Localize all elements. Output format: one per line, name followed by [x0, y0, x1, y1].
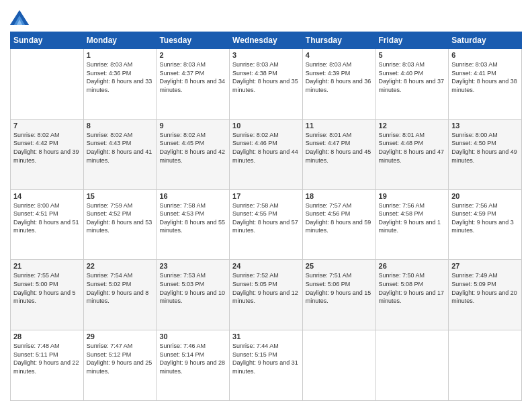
day-info: Sunrise: 8:03 AMSunset: 4:36 PMDaylight:…	[87, 60, 154, 94]
day-info: Sunrise: 7:56 AMSunset: 4:59 PMDaylight:…	[451, 201, 519, 235]
day-info: Sunrise: 8:00 AMSunset: 4:51 PMDaylight:…	[13, 201, 81, 235]
day-info: Sunrise: 8:01 AMSunset: 4:47 PMDaylight:…	[306, 131, 373, 165]
day-info: Sunrise: 7:56 AMSunset: 4:58 PMDaylight:…	[379, 201, 446, 235]
day-info: Sunrise: 7:44 AMSunset: 5:15 PMDaylight:…	[232, 342, 300, 375]
day-number: 1	[87, 51, 154, 59]
table-cell: 26Sunrise: 7:50 AMSunset: 5:08 PMDayligh…	[375, 260, 449, 330]
day-info: Sunrise: 7:48 AMSunset: 5:11 PMDaylight:…	[13, 342, 81, 375]
table-cell: 30Sunrise: 7:46 AMSunset: 5:14 PMDayligh…	[157, 330, 230, 401]
day-number: 22	[87, 262, 154, 270]
day-number: 2	[159, 51, 226, 59]
table-cell: 29Sunrise: 7:47 AMSunset: 5:12 PMDayligh…	[83, 330, 157, 401]
header-tuesday: Tuesday	[157, 32, 230, 49]
day-info: Sunrise: 7:46 AMSunset: 5:14 PMDaylight:…	[159, 342, 226, 375]
day-info: Sunrise: 7:58 AMSunset: 4:55 PMDaylight:…	[232, 201, 300, 235]
day-info: Sunrise: 8:03 AMSunset: 4:39 PMDaylight:…	[306, 60, 373, 94]
day-number: 19	[379, 192, 446, 200]
day-number: 6	[451, 51, 519, 59]
day-number: 13	[451, 122, 519, 130]
table-cell: 1Sunrise: 8:03 AMSunset: 4:36 PMDaylight…	[83, 49, 157, 120]
header-friday: Friday	[375, 32, 449, 49]
week-row-4: 28Sunrise: 7:48 AMSunset: 5:11 PMDayligh…	[11, 330, 522, 401]
table-cell: 3Sunrise: 8:03 AMSunset: 4:38 PMDaylight…	[230, 49, 303, 120]
day-number: 16	[159, 192, 226, 200]
logo	[10, 10, 32, 25]
table-cell: 18Sunrise: 7:57 AMSunset: 4:56 PMDayligh…	[302, 189, 375, 260]
header-wednesday: Wednesday	[230, 32, 303, 49]
table-cell: 17Sunrise: 7:58 AMSunset: 4:55 PMDayligh…	[230, 189, 303, 260]
table-cell: 5Sunrise: 8:03 AMSunset: 4:40 PMDaylight…	[375, 49, 449, 120]
table-cell: 23Sunrise: 7:53 AMSunset: 5:03 PMDayligh…	[157, 260, 230, 330]
day-info: Sunrise: 8:02 AMSunset: 4:42 PMDaylight:…	[13, 131, 81, 165]
week-row-0: 1Sunrise: 8:03 AMSunset: 4:36 PMDaylight…	[11, 49, 522, 120]
day-number: 30	[159, 332, 226, 340]
day-info: Sunrise: 8:02 AMSunset: 4:43 PMDaylight:…	[87, 131, 154, 165]
day-info: Sunrise: 7:58 AMSunset: 4:53 PMDaylight:…	[159, 201, 226, 235]
day-number: 9	[159, 122, 226, 130]
header	[10, 10, 522, 25]
day-number: 23	[159, 262, 226, 270]
day-info: Sunrise: 8:03 AMSunset: 4:40 PMDaylight:…	[379, 60, 446, 94]
day-info: Sunrise: 7:52 AMSunset: 5:05 PMDaylight:…	[232, 271, 300, 305]
table-cell: 31Sunrise: 7:44 AMSunset: 5:15 PMDayligh…	[230, 330, 303, 401]
table-cell: 19Sunrise: 7:56 AMSunset: 4:58 PMDayligh…	[375, 189, 449, 260]
day-info: Sunrise: 7:51 AMSunset: 5:06 PMDaylight:…	[306, 271, 373, 305]
day-info: Sunrise: 7:57 AMSunset: 4:56 PMDaylight:…	[306, 201, 373, 235]
table-cell	[302, 330, 375, 401]
day-number: 11	[306, 122, 373, 130]
day-number: 15	[87, 192, 154, 200]
day-number: 17	[232, 192, 300, 200]
table-cell: 4Sunrise: 8:03 AMSunset: 4:39 PMDaylight…	[302, 49, 375, 120]
day-info: Sunrise: 7:53 AMSunset: 5:03 PMDaylight:…	[159, 271, 226, 305]
header-thursday: Thursday	[302, 32, 375, 49]
table-cell: 25Sunrise: 7:51 AMSunset: 5:06 PMDayligh…	[302, 260, 375, 330]
day-info: Sunrise: 8:02 AMSunset: 4:46 PMDaylight:…	[232, 131, 300, 165]
day-number: 10	[232, 122, 300, 130]
day-number: 27	[451, 262, 519, 270]
day-info: Sunrise: 8:01 AMSunset: 4:48 PMDaylight:…	[379, 131, 446, 165]
table-cell: 2Sunrise: 8:03 AMSunset: 4:37 PMDaylight…	[157, 49, 230, 120]
day-number: 29	[87, 332, 154, 340]
day-number: 25	[306, 262, 373, 270]
table-cell: 8Sunrise: 8:02 AMSunset: 4:43 PMDaylight…	[83, 119, 157, 189]
table-cell: 9Sunrise: 8:02 AMSunset: 4:45 PMDaylight…	[157, 119, 230, 189]
day-info: Sunrise: 8:03 AMSunset: 4:41 PMDaylight:…	[451, 60, 519, 94]
day-number: 26	[379, 262, 446, 270]
table-cell: 10Sunrise: 8:02 AMSunset: 4:46 PMDayligh…	[230, 119, 303, 189]
weekday-header-row: Sunday Monday Tuesday Wednesday Thursday…	[11, 32, 522, 49]
day-info: Sunrise: 7:59 AMSunset: 4:52 PMDaylight:…	[87, 201, 154, 235]
day-info: Sunrise: 7:49 AMSunset: 5:09 PMDaylight:…	[451, 271, 519, 305]
header-saturday: Saturday	[449, 32, 522, 49]
table-cell: 22Sunrise: 7:54 AMSunset: 5:02 PMDayligh…	[83, 260, 157, 330]
week-row-1: 7Sunrise: 8:02 AMSunset: 4:42 PMDaylight…	[11, 119, 522, 189]
table-cell: 15Sunrise: 7:59 AMSunset: 4:52 PMDayligh…	[83, 189, 157, 260]
day-number: 4	[306, 51, 373, 59]
day-number: 21	[13, 262, 81, 270]
header-monday: Monday	[83, 32, 157, 49]
table-cell: 20Sunrise: 7:56 AMSunset: 4:59 PMDayligh…	[449, 189, 522, 260]
table-cell: 13Sunrise: 8:00 AMSunset: 4:50 PMDayligh…	[449, 119, 522, 189]
day-number: 12	[379, 122, 446, 130]
day-number: 20	[451, 192, 519, 200]
day-info: Sunrise: 8:03 AMSunset: 4:38 PMDaylight:…	[232, 60, 300, 94]
day-info: Sunrise: 7:47 AMSunset: 5:12 PMDaylight:…	[87, 342, 154, 375]
day-info: Sunrise: 8:00 AMSunset: 4:50 PMDaylight:…	[451, 131, 519, 165]
table-cell: 14Sunrise: 8:00 AMSunset: 4:51 PMDayligh…	[11, 189, 84, 260]
day-number: 28	[13, 332, 81, 340]
day-info: Sunrise: 7:50 AMSunset: 5:08 PMDaylight:…	[379, 271, 446, 305]
table-cell	[375, 330, 449, 401]
table-cell: 24Sunrise: 7:52 AMSunset: 5:05 PMDayligh…	[230, 260, 303, 330]
day-info: Sunrise: 8:02 AMSunset: 4:45 PMDaylight:…	[159, 131, 226, 165]
week-row-3: 21Sunrise: 7:55 AMSunset: 5:00 PMDayligh…	[11, 260, 522, 330]
day-number: 14	[13, 192, 81, 200]
logo-icon	[10, 10, 29, 25]
day-number: 31	[232, 332, 300, 340]
week-row-2: 14Sunrise: 8:00 AMSunset: 4:51 PMDayligh…	[11, 189, 522, 260]
table-cell	[449, 330, 522, 401]
table-cell	[11, 49, 84, 120]
day-number: 5	[379, 51, 446, 59]
day-info: Sunrise: 7:55 AMSunset: 5:00 PMDaylight:…	[13, 271, 81, 305]
day-number: 18	[306, 192, 373, 200]
day-number: 24	[232, 262, 300, 270]
table-cell: 6Sunrise: 8:03 AMSunset: 4:41 PMDaylight…	[449, 49, 522, 120]
